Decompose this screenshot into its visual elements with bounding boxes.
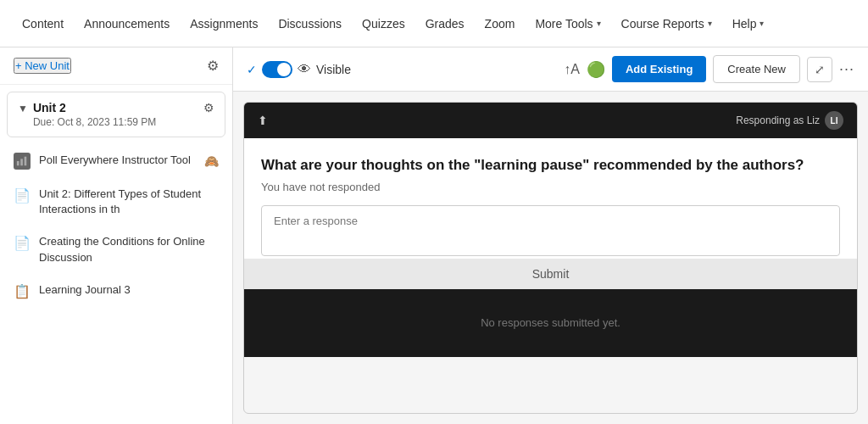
unit-title: Unit 2 — [33, 101, 156, 114]
top-navigation: Content Announcements Assignments Discus… — [0, 0, 868, 47]
chevron-down-icon: ▾ — [708, 19, 712, 28]
poll-response-input[interactable] — [261, 205, 840, 256]
visible-toggle[interactable] — [262, 61, 292, 78]
no-responses-text: No responses submitted yet. — [481, 316, 620, 329]
sidebar-item-creating-conditions[interactable]: 📄 Creating the Conditions for Online Dis… — [0, 226, 232, 273]
sort-icon[interactable]: ↑A — [564, 62, 580, 77]
nav-item-discussions[interactable]: Discussions — [270, 12, 350, 36]
nav-item-assignments[interactable]: Assignments — [181, 12, 266, 36]
poll-footer: No responses submitted yet. — [244, 289, 857, 357]
check-icon: ✓ — [247, 63, 257, 76]
visible-label: Visible — [316, 63, 351, 76]
nav-item-course-reports[interactable]: Course Reports ▾ — [613, 12, 721, 36]
progress-icon[interactable]: 🟢 — [587, 60, 605, 79]
more-options-button[interactable]: ··· — [839, 60, 854, 78]
eye-icon: 👁 — [298, 62, 311, 77]
collapse-arrow-icon[interactable]: ▼ — [18, 103, 28, 114]
unit-due-date: Due: Oct 8, 2023 11:59 PM — [33, 116, 156, 128]
nav-item-help[interactable]: Help ▾ — [724, 12, 773, 36]
responding-as-label: Responding as Liz LI — [736, 111, 843, 130]
sidebar-item-poll-everywhere[interactable]: Poll Everywhere Instructor Tool 🙈 — [0, 144, 232, 178]
sidebar-item-unit2-different[interactable]: 📄 Unit 2: Different Types of Student Int… — [0, 178, 232, 226]
poll-icon — [14, 153, 31, 170]
svg-rect-0 — [17, 161, 19, 165]
sidebar-item-conditions-label: Creating the Conditions for Online Discu… — [39, 234, 219, 265]
chevron-down-icon: ▾ — [597, 19, 601, 28]
poll-header: ⬆ Responding as Liz LI — [244, 103, 857, 138]
visible-toggle-wrap: ✓ 👁 Visible — [247, 61, 351, 78]
document-icon: 📄 — [14, 187, 31, 204]
sidebar-item-journal-label: Learning Journal 3 — [39, 282, 131, 298]
expand-button[interactable]: ⤢ — [807, 57, 832, 82]
sidebar: + New Unit ⚙ ▼ Unit 2 Due: Oct 8, 2023 1… — [0, 47, 233, 424]
content-area: ✓ 👁 Visible ↑A 🟢 Add Existing Create New… — [233, 47, 868, 424]
poll-not-responded: You have not responded — [261, 181, 840, 193]
svg-rect-2 — [25, 157, 27, 166]
nav-item-quizzes[interactable]: Quizzes — [353, 12, 414, 36]
poll-submit-bar: Submit — [244, 259, 857, 289]
svg-rect-1 — [20, 159, 23, 165]
poll-submit-button[interactable]: Submit — [253, 267, 849, 281]
sidebar-top-bar: + New Unit ⚙ — [0, 47, 232, 85]
nav-item-more-tools[interactable]: More Tools ▾ — [526, 12, 609, 36]
hide-icon[interactable]: 🙈 — [204, 154, 219, 168]
nav-item-grades[interactable]: Grades — [417, 12, 473, 36]
sidebar-item-unit2-label: Unit 2: Different Types of Student Inter… — [39, 187, 219, 217]
nav-item-zoom[interactable]: Zoom — [476, 12, 524, 36]
nav-item-content[interactable]: Content — [14, 12, 72, 36]
nav-item-announcements[interactable]: Announcements — [75, 12, 178, 36]
new-unit-button[interactable]: + New Unit — [14, 58, 71, 74]
unit-settings-icon[interactable]: ⚙ — [203, 101, 214, 114]
chevron-down-icon: ▾ — [760, 19, 764, 28]
poll-panel: ⬆ Responding as Liz LI What are your tho… — [243, 102, 858, 414]
poll-question-area: What are your thoughts on the "learning … — [244, 138, 857, 259]
create-new-button[interactable]: Create New — [713, 55, 800, 83]
main-layout: + New Unit ⚙ ▼ Unit 2 Due: Oct 8, 2023 1… — [0, 47, 868, 424]
export-icon[interactable]: ⬆ — [258, 114, 268, 127]
sidebar-item-poll-label: Poll Everywhere Instructor Tool — [39, 153, 191, 168]
content-toolbar: ✓ 👁 Visible ↑A 🟢 Add Existing Create New… — [233, 47, 868, 92]
add-existing-button[interactable]: Add Existing — [612, 56, 706, 82]
sidebar-item-learning-journal[interactable]: 📋 Learning Journal 3 — [0, 274, 232, 308]
document-lines-icon: 📋 — [14, 283, 31, 299]
unit-item[interactable]: ▼ Unit 2 Due: Oct 8, 2023 11:59 PM ⚙ — [7, 92, 225, 137]
document-icon: 📄 — [14, 235, 31, 251]
poll-question-text: What are your thoughts on the "learning … — [261, 155, 840, 176]
gear-icon[interactable]: ⚙ — [207, 58, 219, 74]
user-avatar: LI — [825, 111, 843, 130]
